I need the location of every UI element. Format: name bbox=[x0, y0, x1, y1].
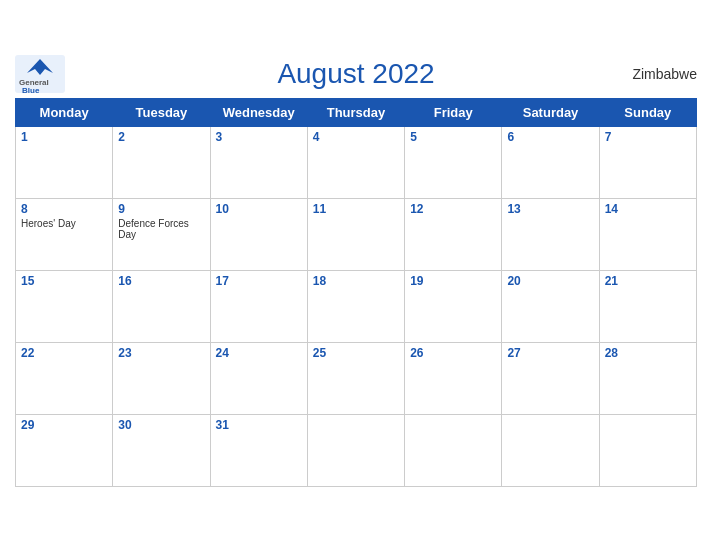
day-number: 28 bbox=[605, 346, 691, 360]
calendar-day-cell: 23 bbox=[113, 343, 210, 415]
day-number: 16 bbox=[118, 274, 204, 288]
day-number: 20 bbox=[507, 274, 593, 288]
calendar-title: August 2022 bbox=[277, 58, 434, 90]
day-number: 19 bbox=[410, 274, 496, 288]
weekday-header-friday: Friday bbox=[405, 99, 502, 127]
calendar-day-cell: 29 bbox=[16, 415, 113, 487]
calendar-day-cell: 7 bbox=[599, 127, 696, 199]
day-number: 8 bbox=[21, 202, 107, 216]
country-label: Zimbabwe bbox=[632, 66, 697, 82]
logo-area: General Blue bbox=[15, 55, 65, 93]
calendar-day-cell: 10 bbox=[210, 199, 307, 271]
calendar-day-cell: 6 bbox=[502, 127, 599, 199]
day-number: 18 bbox=[313, 274, 399, 288]
calendar-day-cell bbox=[599, 415, 696, 487]
day-number: 30 bbox=[118, 418, 204, 432]
calendar-day-cell: 17 bbox=[210, 271, 307, 343]
day-number: 5 bbox=[410, 130, 496, 144]
weekday-header-thursday: Thursday bbox=[307, 99, 404, 127]
calendar-week-row: 15161718192021 bbox=[16, 271, 697, 343]
day-number: 11 bbox=[313, 202, 399, 216]
calendar-day-cell: 1 bbox=[16, 127, 113, 199]
logo-icon: General Blue bbox=[15, 55, 65, 93]
calendar-day-cell: 24 bbox=[210, 343, 307, 415]
day-number: 10 bbox=[216, 202, 302, 216]
calendar-day-cell: 15 bbox=[16, 271, 113, 343]
day-number: 31 bbox=[216, 418, 302, 432]
day-number: 14 bbox=[605, 202, 691, 216]
weekday-header-tuesday: Tuesday bbox=[113, 99, 210, 127]
day-number: 3 bbox=[216, 130, 302, 144]
holiday-label: Heroes' Day bbox=[21, 218, 107, 229]
day-number: 29 bbox=[21, 418, 107, 432]
holiday-label: Defence Forces Day bbox=[118, 218, 204, 240]
weekday-header-monday: Monday bbox=[16, 99, 113, 127]
day-number: 13 bbox=[507, 202, 593, 216]
day-number: 24 bbox=[216, 346, 302, 360]
calendar-table: MondayTuesdayWednesdayThursdayFridaySatu… bbox=[15, 98, 697, 487]
calendar-day-cell: 4 bbox=[307, 127, 404, 199]
calendar-day-cell bbox=[502, 415, 599, 487]
day-number: 4 bbox=[313, 130, 399, 144]
calendar-day-cell: 12 bbox=[405, 199, 502, 271]
calendar-day-cell: 8Heroes' Day bbox=[16, 199, 113, 271]
calendar-day-cell: 18 bbox=[307, 271, 404, 343]
svg-text:Blue: Blue bbox=[22, 86, 40, 93]
calendar-week-row: 293031 bbox=[16, 415, 697, 487]
day-number: 25 bbox=[313, 346, 399, 360]
calendar-week-row: 8Heroes' Day9Defence Forces Day101112131… bbox=[16, 199, 697, 271]
day-number: 27 bbox=[507, 346, 593, 360]
day-number: 2 bbox=[118, 130, 204, 144]
day-number: 26 bbox=[410, 346, 496, 360]
calendar-day-cell: 20 bbox=[502, 271, 599, 343]
calendar-day-cell: 5 bbox=[405, 127, 502, 199]
day-number: 15 bbox=[21, 274, 107, 288]
weekday-header-saturday: Saturday bbox=[502, 99, 599, 127]
day-number: 22 bbox=[21, 346, 107, 360]
calendar-day-cell: 31 bbox=[210, 415, 307, 487]
calendar-day-cell: 3 bbox=[210, 127, 307, 199]
calendar-day-cell: 16 bbox=[113, 271, 210, 343]
calendar-day-cell: 13 bbox=[502, 199, 599, 271]
calendar-day-cell: 27 bbox=[502, 343, 599, 415]
day-number: 23 bbox=[118, 346, 204, 360]
calendar-day-cell bbox=[307, 415, 404, 487]
weekday-header-row: MondayTuesdayWednesdayThursdayFridaySatu… bbox=[16, 99, 697, 127]
calendar-week-row: 22232425262728 bbox=[16, 343, 697, 415]
day-number: 21 bbox=[605, 274, 691, 288]
day-number: 6 bbox=[507, 130, 593, 144]
calendar-day-cell: 2 bbox=[113, 127, 210, 199]
calendar-day-cell: 28 bbox=[599, 343, 696, 415]
calendar-day-cell bbox=[405, 415, 502, 487]
day-number: 7 bbox=[605, 130, 691, 144]
calendar-day-cell: 26 bbox=[405, 343, 502, 415]
calendar-day-cell: 25 bbox=[307, 343, 404, 415]
calendar-day-cell: 19 bbox=[405, 271, 502, 343]
calendar-day-cell: 22 bbox=[16, 343, 113, 415]
calendar-wrapper: General Blue August 2022 Zimbabwe Monday… bbox=[0, 48, 712, 502]
calendar-day-cell: 21 bbox=[599, 271, 696, 343]
day-number: 17 bbox=[216, 274, 302, 288]
weekday-header-wednesday: Wednesday bbox=[210, 99, 307, 127]
calendar-week-row: 1234567 bbox=[16, 127, 697, 199]
weekday-header-sunday: Sunday bbox=[599, 99, 696, 127]
calendar-day-cell: 30 bbox=[113, 415, 210, 487]
day-number: 12 bbox=[410, 202, 496, 216]
calendar-day-cell: 14 bbox=[599, 199, 696, 271]
calendar-header: General Blue August 2022 Zimbabwe bbox=[15, 58, 697, 90]
calendar-day-cell: 9Defence Forces Day bbox=[113, 199, 210, 271]
day-number: 9 bbox=[118, 202, 204, 216]
day-number: 1 bbox=[21, 130, 107, 144]
calendar-day-cell: 11 bbox=[307, 199, 404, 271]
